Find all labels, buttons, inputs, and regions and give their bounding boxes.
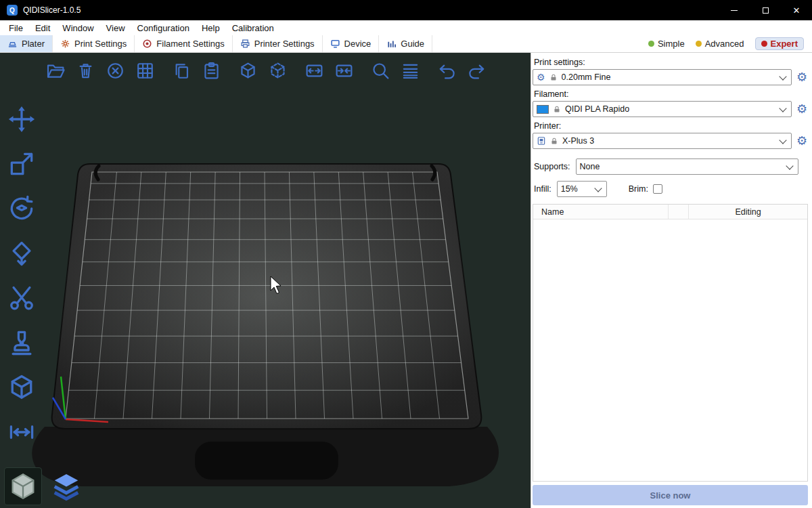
mode-simple[interactable]: Simple: [648, 39, 685, 49]
measure-button[interactable]: [4, 415, 39, 450]
menu-view[interactable]: View: [100, 23, 131, 33]
cut-button[interactable]: [4, 280, 39, 316]
tab-label: Device: [344, 39, 371, 49]
split-objects-icon: [304, 61, 324, 81]
open-button[interactable]: [42, 57, 69, 84]
print-settings-row: ⚙ 0.20mm Fine ⚙: [533, 69, 809, 85]
move-button[interactable]: [4, 102, 39, 137]
menu-configuration[interactable]: Configuration: [131, 23, 196, 33]
arrange-button[interactable]: [131, 57, 158, 84]
left-toolbar: [4, 102, 39, 450]
tab-plater[interactable]: Plater: [0, 35, 53, 52]
scale-button[interactable]: [4, 146, 39, 182]
window-title: QIDISlicer-1.0.5: [23, 5, 81, 15]
cut-icon: [7, 283, 37, 313]
editor-3d-button[interactable]: [4, 467, 42, 505]
window-controls: ✕: [719, 0, 812, 20]
menu-calibration[interactable]: Calibration: [226, 23, 280, 33]
remove-instance-button[interactable]: [264, 57, 291, 84]
paste-icon: [202, 61, 221, 81]
chevron-down-icon: [780, 106, 786, 112]
supports-row: Supports: None: [533, 158, 809, 175]
tab-label: Plater: [22, 39, 45, 49]
print-settings-icon: [60, 39, 70, 49]
object-list: Name Editing: [533, 204, 808, 482]
seam-button[interactable]: [4, 370, 39, 405]
split-objects-button[interactable]: [300, 57, 328, 84]
chevron-down-icon: [595, 186, 602, 192]
printer-label: Printer:: [534, 121, 809, 131]
minimize-button[interactable]: [719, 0, 750, 20]
filament-gear-button[interactable]: ⚙: [794, 101, 809, 117]
preview-button[interactable]: [47, 467, 85, 505]
menu-file[interactable]: File: [3, 23, 29, 33]
copy-button[interactable]: [168, 57, 195, 84]
delete-all-button[interactable]: [102, 57, 129, 84]
lock-icon: [553, 105, 561, 114]
title-bar: Q QIDISlicer-1.0.5 ✕: [0, 0, 812, 20]
brim-checkbox[interactable]: [653, 184, 662, 194]
lock-icon: [549, 73, 558, 82]
object-list-header: Name Editing: [533, 205, 807, 219]
filament-value: QIDI PLA Rapido: [565, 104, 629, 114]
editor-3d-icon: [7, 471, 39, 502]
supports-combo[interactable]: None: [576, 158, 798, 175]
printer-gear-button[interactable]: ⚙: [794, 133, 809, 149]
plater-icon: [7, 39, 18, 49]
tab-guide[interactable]: Guide: [379, 35, 432, 52]
menu-window[interactable]: Window: [56, 23, 99, 33]
infill-combo[interactable]: 15%: [557, 181, 607, 197]
supports-label: Supports:: [534, 162, 570, 171]
paint-supports-icon: [7, 328, 37, 358]
mode-expert[interactable]: Expert: [755, 37, 804, 50]
maximize-button[interactable]: [750, 0, 781, 20]
add-instance-button[interactable]: [234, 57, 261, 84]
tab-print-settings[interactable]: Print Settings: [53, 35, 135, 52]
add-instance-icon: [238, 61, 258, 81]
print-settings-combo[interactable]: ⚙ 0.20mm Fine: [533, 69, 792, 85]
close-button[interactable]: ✕: [781, 0, 812, 20]
printer-row: X-Plus 3 ⚙: [533, 133, 809, 149]
print-settings-gear-button[interactable]: ⚙: [794, 69, 809, 85]
guide-icon: [386, 39, 397, 49]
lock-icon: [550, 137, 558, 146]
printer-combo[interactable]: X-Plus 3: [533, 133, 792, 149]
object-list-header-mid: [669, 205, 689, 219]
undo-button[interactable]: [433, 57, 460, 84]
tab-label: Filament Settings: [156, 39, 224, 49]
print-profile-icon: ⚙: [537, 72, 545, 82]
paste-button[interactable]: [198, 57, 225, 84]
delete-button[interactable]: [72, 57, 99, 84]
search-button[interactable]: [367, 57, 394, 84]
menu-help[interactable]: Help: [196, 23, 226, 33]
filament-row: QIDI PLA Rapido ⚙: [533, 101, 809, 117]
slice-now-button[interactable]: Slice now: [533, 485, 808, 505]
top-toolbar: [42, 57, 490, 84]
remove-instance-icon: [268, 61, 288, 81]
3d-viewport[interactable]: [0, 53, 531, 508]
copy-icon: [172, 61, 191, 81]
redo-button[interactable]: [463, 57, 490, 84]
rotate-icon: [7, 194, 37, 224]
print-settings-label: Print settings:: [534, 58, 809, 67]
bed-scene: [0, 53, 531, 508]
mode-dot-icon: [648, 41, 654, 47]
chevron-down-icon: [780, 137, 786, 144]
mode-advanced[interactable]: Advanced: [696, 39, 744, 49]
main-area: Print settings: ⚙ 0.20mm Fine ⚙ Filament…: [0, 53, 812, 508]
printer-value: X-Plus 3: [562, 136, 594, 146]
filament-combo[interactable]: QIDI PLA Rapido: [533, 101, 792, 117]
place-on-face-button[interactable]: [4, 236, 39, 271]
paint-supports-button[interactable]: [4, 325, 39, 360]
object-list-body[interactable]: [533, 219, 807, 481]
split-parts-button[interactable]: [330, 57, 357, 84]
tab-filament-settings[interactable]: Filament Settings: [135, 35, 232, 52]
tab-printer-settings[interactable]: Printer Settings: [233, 35, 323, 52]
preview-icon: [51, 471, 82, 502]
rotate-button[interactable]: [4, 191, 39, 226]
arrange-icon: [135, 61, 155, 81]
mode-label: Advanced: [705, 39, 744, 49]
tab-device[interactable]: Device: [323, 35, 380, 52]
variable-layer-height-button[interactable]: [397, 57, 424, 84]
menu-edit[interactable]: Edit: [29, 23, 56, 33]
